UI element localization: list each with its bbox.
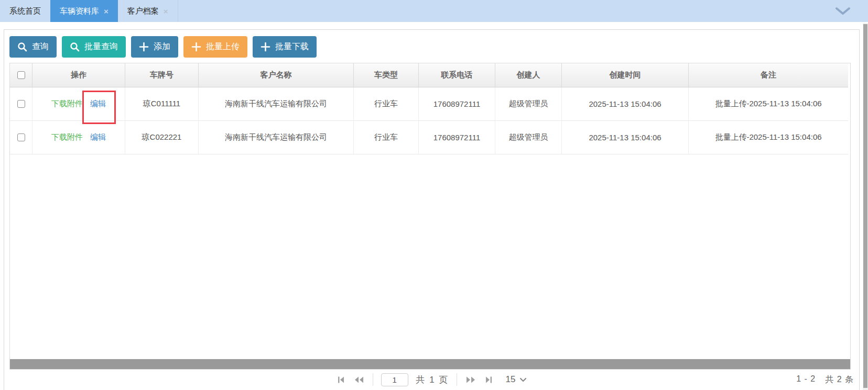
toolbar: 查询 批量查询 添加 批量上传 批量下载 (4, 30, 859, 63)
row-select-cell (10, 121, 32, 154)
record-range-label: 1 - 2 (796, 374, 816, 385)
close-icon[interactable]: × (104, 7, 108, 15)
chevron-down-icon (519, 374, 527, 385)
first-page-icon[interactable] (337, 375, 345, 384)
tab-system-home[interactable]: 系统首页 (0, 0, 50, 22)
plate-cell: 琼C011111 (125, 87, 199, 121)
batch-query-button[interactable]: 批量查询 (62, 36, 126, 58)
col-header-plate: 车牌号 (125, 63, 199, 87)
next-page-icon[interactable] (465, 375, 476, 384)
edit-link[interactable]: 编辑 (90, 99, 106, 108)
remark-cell: 批量上传-2025-11-13 15:04:06 (689, 121, 848, 154)
phone-cell: 17608972111 (419, 121, 495, 154)
plus-icon (191, 42, 201, 52)
row-checkbox[interactable] (17, 133, 25, 141)
tab-label: 车辆资料库 (60, 6, 99, 16)
col-header-created-at: 创建时间 (562, 63, 689, 87)
table-header: 操作 车牌号 客户名称 车类型 联系电话 创建人 创建时间 备注 (10, 63, 850, 87)
customer-cell: 海南新干线汽车运输有限公司 (199, 87, 354, 121)
col-header-actions: 操作 (32, 63, 125, 87)
row-checkbox[interactable] (17, 100, 25, 108)
content-panel: 查询 批量查询 添加 批量上传 批量下载 操作 车牌号 客户名称 车类型 联系电… (4, 29, 860, 390)
download-attachment-link[interactable]: 下载附件 (51, 132, 83, 142)
tab-bar: 系统首页 车辆资料库 × 客户档案 × (0, 0, 868, 22)
created-at-cell: 2025-11-13 15:04:06 (562, 87, 689, 121)
horizontal-scrollbar[interactable] (10, 359, 850, 369)
data-grid: 操作 车牌号 客户名称 车类型 联系电话 创建人 创建时间 备注 下载附件 编辑… (9, 63, 851, 370)
vertical-scrollbar[interactable] (863, 23, 868, 390)
vehicle-type-cell: 行业车 (354, 87, 419, 121)
query-button[interactable]: 查询 (9, 36, 57, 58)
edit-link[interactable]: 编辑 (90, 132, 106, 142)
phone-cell: 17608972111 (419, 87, 495, 121)
col-header-customer: 客户名称 (199, 63, 354, 87)
button-label: 添加 (154, 41, 170, 52)
col-header-remark: 备注 (689, 63, 848, 87)
vertical-scrollbar-thumb[interactable] (863, 24, 867, 388)
col-header-creator: 创建人 (495, 63, 562, 87)
table-row: 下载附件 编辑 琼C022221 海南新干线汽车运输有限公司 行业车 17608… (10, 121, 850, 154)
horizontal-scrollbar-thumb[interactable] (10, 359, 850, 369)
pager-divider (457, 373, 457, 386)
chevron-down-icon[interactable] (834, 7, 851, 17)
tab-label: 系统首页 (9, 6, 41, 16)
select-all-checkbox[interactable] (17, 71, 25, 79)
page-size-value: 15 (505, 374, 515, 385)
search-icon (70, 42, 80, 52)
tab-label: 客户档案 (127, 6, 159, 16)
row-select-cell (10, 87, 32, 121)
select-all-cell (10, 63, 32, 87)
batch-download-button[interactable]: 批量下载 (253, 36, 317, 58)
actions-cell: 下载附件 编辑 (32, 121, 125, 154)
grid-empty-area (10, 154, 850, 359)
page-size-select[interactable]: 15 (505, 374, 527, 385)
plus-icon (139, 42, 149, 52)
button-label: 批量下载 (275, 41, 309, 52)
add-button[interactable]: 添加 (131, 36, 178, 58)
plus-icon (261, 42, 270, 52)
button-label: 批量上传 (206, 41, 240, 52)
created-at-cell: 2025-11-13 15:04:06 (562, 121, 689, 154)
pager-divider (373, 373, 373, 386)
search-icon (17, 42, 27, 52)
actions-cell: 下载附件 编辑 (32, 87, 125, 121)
button-label: 批量查询 (84, 41, 118, 52)
pagination-bar: 共 1 页 15 1 - 2 共 2 条 (4, 370, 859, 389)
customer-cell: 海南新干线汽车运输有限公司 (199, 121, 354, 154)
creator-cell: 超级管理员 (495, 121, 562, 154)
prev-page-icon[interactable] (353, 375, 365, 384)
tab-vehicle-library[interactable]: 车辆资料库 × (50, 0, 118, 22)
page-input[interactable] (381, 373, 408, 386)
record-total-label: 共 2 条 (825, 374, 854, 385)
plate-cell: 琼C022221 (125, 121, 199, 154)
batch-upload-button[interactable]: 批量上传 (183, 36, 247, 58)
last-page-icon[interactable] (484, 375, 493, 384)
creator-cell: 超级管理员 (495, 87, 562, 121)
table-row: 下载附件 编辑 琼C011111 海南新干线汽车运输有限公司 行业车 17608… (10, 87, 850, 121)
col-header-phone: 联系电话 (419, 63, 495, 87)
total-pages-label: 共 1 页 (416, 374, 449, 386)
close-icon[interactable]: × (164, 7, 168, 15)
col-header-vehicle-type: 车类型 (354, 63, 419, 87)
tab-customer-files[interactable]: 客户档案 × (118, 0, 178, 22)
download-attachment-link[interactable]: 下载附件 (51, 99, 83, 109)
button-label: 查询 (32, 41, 49, 52)
vehicle-type-cell: 行业车 (354, 121, 419, 154)
remark-cell: 批量上传-2025-11-13 15:04:06 (689, 87, 848, 121)
